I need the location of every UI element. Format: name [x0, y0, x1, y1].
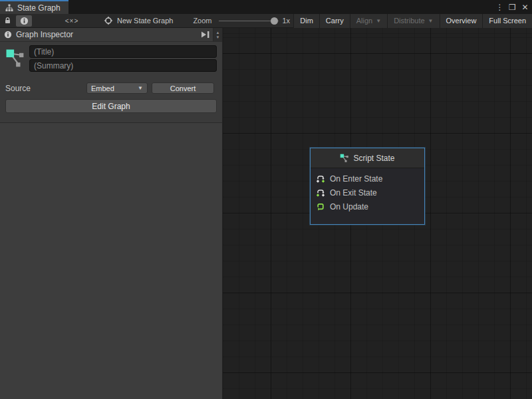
zoom-value: 1x — [283, 17, 291, 25]
new-state-graph-button[interactable]: New State Graph — [104, 16, 173, 25]
tab-title: State Graph — [17, 3, 61, 13]
source-label: Source — [5, 84, 86, 93]
inspector-scrollbar[interactable]: ▲ ▼ — [213, 28, 222, 41]
zoom-label: Zoom — [193, 17, 211, 25]
script-state-node[interactable]: Script State On Enter State — [310, 148, 425, 225]
info-icon — [20, 17, 29, 25]
event-on-enter-state[interactable]: On Enter State — [311, 172, 424, 186]
expand-right-icon — [200, 31, 210, 39]
title-bar: State Graph ⋮ ❒ ✕ — [0, 0, 532, 14]
code-view-button[interactable]: <×> — [59, 14, 85, 28]
info-icon — [4, 31, 12, 39]
toolbar: <×> New State Graph Zoom 1x Dim Carry — [0, 14, 532, 28]
chevron-down-icon: ▼ — [428, 18, 434, 24]
inspector-empty-area — [0, 122, 222, 399]
main-area: Graph Inspector ▲ ▼ — [0, 28, 532, 399]
inspector-content: Source Embed ▼ Convert Edit Graph — [0, 42, 222, 122]
graph-canvas[interactable]: Script State On Enter State — [223, 28, 532, 399]
state-graph-icon — [340, 154, 349, 163]
enter-state-icon — [316, 174, 325, 184]
tab-state-graph[interactable]: State Graph — [0, 0, 68, 14]
edit-graph-button[interactable]: Edit Graph — [5, 99, 217, 113]
chevron-down-icon: ▼ — [138, 85, 143, 91]
close-icon[interactable]: ✕ — [519, 0, 531, 14]
zoom-slider-track — [219, 21, 279, 21]
update-loop-icon — [316, 202, 325, 211]
event-on-update[interactable]: On Update — [311, 200, 424, 213]
new-state-graph-label: New State Graph — [117, 17, 173, 25]
graph-inspector-panel: Graph Inspector ▲ ▼ — [0, 28, 223, 399]
lock-button[interactable] — [0, 14, 15, 28]
summary-field[interactable] — [29, 59, 217, 72]
scroll-up-icon[interactable]: ▲ — [216, 31, 220, 35]
state-graph-asset-icon — [5, 48, 25, 69]
overview-button[interactable]: Overview — [440, 14, 483, 28]
maximize-icon[interactable]: ❒ — [507, 0, 518, 14]
frame-graph-icon — [104, 16, 113, 25]
event-on-exit-state[interactable]: On Exit State — [311, 186, 424, 200]
toolbar-right-group: Dim Carry Align ▼ Distribute ▼ Overview … — [293, 14, 532, 28]
source-dropdown-value: Embed — [91, 84, 114, 92]
convert-button[interactable]: Convert — [152, 82, 214, 94]
inspector-toggle-button[interactable] — [16, 15, 32, 27]
dock-inspector-button[interactable] — [198, 28, 213, 41]
zoom-slider[interactable] — [219, 14, 279, 28]
node-header[interactable]: Script State — [311, 148, 424, 168]
more-icon[interactable]: ⋮ — [494, 0, 505, 14]
dim-button[interactable]: Dim — [293, 14, 319, 28]
code-icon: <×> — [65, 17, 79, 25]
inspector-title: Graph Inspector — [16, 30, 73, 39]
inspector-header: Graph Inspector ▲ ▼ — [0, 28, 222, 42]
zoom-control: Zoom 1x — [193, 14, 290, 28]
window-controls: ⋮ ❒ ✕ — [494, 0, 531, 14]
state-graph-window: State Graph ⋮ ❒ ✕ <×> — [0, 0, 532, 399]
carry-button[interactable]: Carry — [319, 14, 350, 28]
title-field[interactable] — [29, 45, 217, 58]
scroll-down-icon[interactable]: ▼ — [216, 35, 220, 39]
lock-icon — [4, 17, 11, 25]
chevron-down-icon: ▼ — [376, 18, 381, 24]
node-title: Script State — [353, 154, 394, 163]
hierarchy-icon — [5, 4, 13, 12]
source-dropdown[interactable]: Embed ▼ — [86, 82, 148, 94]
distribute-button[interactable]: Distribute ▼ — [387, 14, 439, 28]
full-screen-button[interactable]: Full Screen — [482, 14, 532, 28]
align-button[interactable]: Align ▼ — [350, 14, 387, 28]
exit-state-icon — [316, 188, 325, 198]
zoom-slider-handle[interactable] — [271, 17, 278, 25]
